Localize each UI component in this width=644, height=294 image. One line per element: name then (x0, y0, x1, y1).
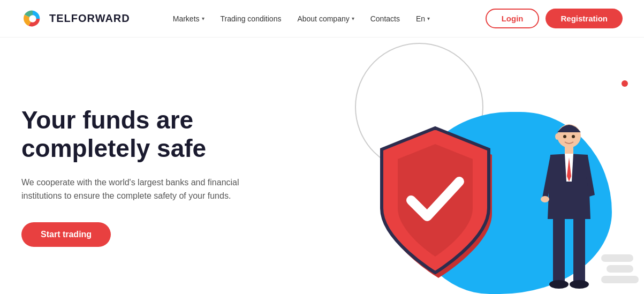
hero-illustration (312, 37, 644, 294)
header: TELFORWARD Markets ▾ Trading conditions … (0, 0, 644, 37)
nav-actions: Login Registration (486, 9, 623, 28)
start-trading-button[interactable]: Start trading (21, 222, 111, 247)
brand-name: TELFORWARD (49, 12, 130, 25)
svg-point-6 (549, 280, 569, 289)
svg-point-0 (29, 15, 36, 22)
decorative-red-dot (622, 80, 628, 87)
svg-point-10 (555, 133, 559, 140)
nav-language[interactable]: En ▾ (416, 14, 430, 23)
nav-about-company[interactable]: About company ▾ (297, 14, 354, 23)
svg-rect-4 (553, 219, 565, 283)
markets-chevron-icon: ▾ (202, 16, 204, 21)
shield-illustration (366, 117, 505, 278)
hero-text-block: Your funds are completely safe We cooper… (21, 106, 300, 247)
register-button[interactable]: Registration (545, 9, 623, 28)
hero-section: Your funds are completely safe We cooper… (0, 37, 644, 294)
hero-title: Your funds are completely safe (21, 106, 300, 163)
svg-point-9 (572, 135, 575, 138)
deco-shape-3 (601, 276, 639, 283)
svg-point-8 (563, 135, 566, 138)
language-chevron-icon: ▾ (427, 16, 430, 21)
logo-icon (21, 7, 44, 30)
decorative-shapes (601, 254, 639, 283)
login-button[interactable]: Login (486, 9, 540, 28)
svg-rect-2 (565, 146, 573, 154)
nav-trading-conditions[interactable]: Trading conditions (221, 14, 282, 23)
nav-markets[interactable]: Markets ▾ (173, 14, 204, 23)
nav-contacts[interactable]: Contacts (370, 14, 400, 23)
about-chevron-icon: ▾ (352, 16, 354, 21)
logo[interactable]: TELFORWARD (21, 7, 130, 30)
svg-point-7 (570, 280, 589, 289)
svg-rect-5 (573, 219, 585, 283)
svg-point-3 (541, 196, 549, 202)
person-illustration (537, 112, 601, 294)
deco-shape-2 (607, 265, 633, 273)
main-nav: Markets ▾ Trading conditions About compa… (173, 14, 486, 23)
deco-shape-1 (601, 254, 633, 262)
hero-subtitle: We cooperate with the world's largest ba… (21, 176, 246, 203)
